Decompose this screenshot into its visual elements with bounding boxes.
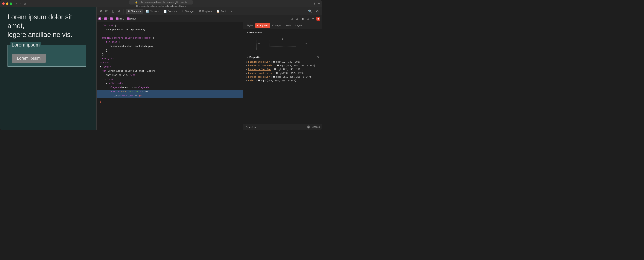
- code-line-9: </style>: [96, 57, 243, 61]
- prop-swatch-0[interactable]: [273, 61, 275, 63]
- code-text: background-color:: [110, 44, 135, 48]
- box-model-title: Box Model: [249, 31, 262, 34]
- prop-name-5[interactable]: color: [248, 79, 255, 82]
- code-line-4: @media (prefers-color-scheme: dark) {: [96, 36, 243, 40]
- sidebar-toggle[interactable]: ⊟: [22, 2, 27, 6]
- code-line-13: ancillae ne vis. </p>: [96, 73, 243, 77]
- prop-name-0[interactable]: background-color: [248, 61, 270, 63]
- crosshair-button[interactable]: ⊕: [117, 9, 122, 14]
- maximize-button[interactable]: [10, 3, 12, 5]
- prop-colon-5: :: [256, 79, 257, 82]
- more-tabs-button[interactable]: »: [229, 9, 233, 14]
- reload-icon[interactable]: ↻: [185, 1, 187, 4]
- code-text: </head>: [100, 61, 110, 65]
- storage-icon: 🗄: [182, 10, 184, 13]
- bc-color-button[interactable]: ■: [316, 17, 320, 21]
- preview-button[interactable]: Lorem ipsum: [12, 54, 46, 63]
- clear-filter-button[interactable]: ✕: [307, 125, 310, 128]
- prop-swatch-2[interactable]: [274, 68, 276, 70]
- code-line-18: ipsum </button> == $0: [96, 94, 243, 98]
- code-text: $0: [139, 94, 142, 98]
- prop-expand-3[interactable]: ▶: [246, 72, 247, 74]
- filter-input[interactable]: [249, 126, 306, 128]
- bc-sep-1: ›: [102, 18, 103, 20]
- code-text: Lorem: [140, 90, 148, 94]
- tab-node[interactable]: Node: [284, 23, 293, 28]
- collapse-icon[interactable]: ▼: [246, 32, 248, 34]
- bc-badge-2: E: [104, 18, 107, 20]
- share-button[interactable]: ⬆: [314, 2, 316, 5]
- code-text: "button": [128, 90, 139, 94]
- classes-button[interactable]: Classes: [312, 126, 320, 128]
- prop-expand-4[interactable]: ▶: [246, 76, 247, 78]
- code-text: ▼: [100, 65, 102, 69]
- svg-rect-1: [107, 10, 108, 11]
- bc-print-button[interactable]: 🖨: [295, 17, 299, 21]
- bc-item-2[interactable]: E: [104, 18, 107, 20]
- tab-audit[interactable]: 📋 Audit: [215, 9, 228, 14]
- prop-name-3[interactable]: border-right-color: [248, 72, 272, 74]
- bc-grid-button-2[interactable]: ⊞: [306, 17, 310, 21]
- prop-name-2[interactable]: border-left-color: [248, 68, 271, 71]
- tab-elements[interactable]: ⊞ Elements: [126, 9, 143, 14]
- tab-graphics[interactable]: 🖼 Graphics: [196, 9, 214, 14]
- prop-swatch-1[interactable]: [277, 65, 279, 66]
- properties-settings-icon[interactable]: ⊙: [317, 56, 319, 59]
- inspect-element-button[interactable]: [104, 9, 110, 14]
- tab-storage[interactable]: 🗄 Storage: [180, 9, 196, 14]
- code-text: ancillae ne vis.: [106, 73, 130, 77]
- bc-item-3[interactable]: E: [110, 18, 113, 20]
- bc-sep-3: ›: [114, 18, 114, 20]
- search-button[interactable]: 🔍: [307, 9, 314, 14]
- code-text: <fieldset>: [109, 82, 123, 85]
- forward-button[interactable]: ›: [19, 2, 22, 6]
- device-button[interactable]: [111, 9, 116, 14]
- code-text: <legend>: [110, 86, 121, 89]
- legend-text: Lorem ipsum: [10, 42, 41, 48]
- props-collapse-icon[interactable]: ▼: [246, 56, 248, 58]
- prop-expand-2[interactable]: ▶: [246, 68, 247, 70]
- code-panel[interactable]: fieldset { background-color: gainsboro; …: [96, 22, 243, 130]
- tab-computed[interactable]: Computed: [255, 23, 270, 28]
- back-button[interactable]: ‹: [15, 2, 18, 6]
- prop-name-1[interactable]: border-bottom-color: [248, 64, 274, 67]
- code-text: Lorem ipsum: [121, 86, 136, 89]
- minimize-button[interactable]: [6, 3, 8, 5]
- prompt-icon: ❯: [100, 100, 102, 104]
- styles-tabs: Styles Computed Changes Node Layers: [243, 22, 322, 29]
- prop-colon-0: :: [270, 61, 272, 63]
- url-bar[interactable]: 🔒 color-scheme-prefers-color-scheme.glit…: [129, 0, 193, 5]
- bc-item-1[interactable]: E: [98, 18, 101, 20]
- prop-expand-5[interactable]: ▶: [246, 80, 247, 82]
- prop-name-4[interactable]: border-top-color: [248, 76, 270, 78]
- bc-item-5[interactable]: E button: [127, 18, 136, 20]
- tab-layers[interactable]: Layers: [294, 23, 304, 28]
- bc-grid-button[interactable]: ⊟: [290, 17, 294, 21]
- prop-swatch-3[interactable]: [276, 72, 278, 74]
- code-text: fieldset: [106, 40, 117, 44]
- tab-styles[interactable]: Styles: [245, 23, 255, 28]
- code-text: >: [139, 90, 141, 94]
- prop-swatch-5[interactable]: [258, 80, 260, 81]
- prop-expand-1[interactable]: ▶: [246, 65, 247, 67]
- tab-network-label: Network: [150, 10, 159, 13]
- settings-button[interactable]: ⚙: [314, 9, 320, 14]
- tab-network[interactable]: 🔄 Network: [144, 9, 161, 14]
- tab-changes[interactable]: Changes: [270, 23, 284, 28]
- bc-box-button[interactable]: ▣: [300, 17, 305, 21]
- prop-expand-0[interactable]: ▶: [246, 61, 247, 63]
- filter-icon: ⊙: [246, 126, 248, 128]
- prop-item-border-bottom-color: ▶ border-bottom-color : rgba(255, 255, 2…: [246, 64, 319, 68]
- bm-left-dash: —: [258, 42, 260, 45]
- close-button[interactable]: [2, 3, 5, 5]
- toolbar-separator: [124, 9, 124, 14]
- code-line-5: fieldset {: [96, 40, 243, 44]
- close-devtools-button[interactable]: ✕: [98, 9, 103, 14]
- tab-sources[interactable]: 📄 Sources: [162, 9, 178, 14]
- bc-pencil-button[interactable]: ✏: [311, 17, 315, 21]
- prop-swatch-4[interactable]: [273, 76, 275, 78]
- tab-audit-label: Audit: [221, 10, 226, 13]
- box-model-header: ▼ Box Model: [246, 31, 319, 34]
- new-tab-button[interactable]: +: [318, 2, 320, 6]
- bc-item-4[interactable]: E fiel...: [116, 18, 124, 20]
